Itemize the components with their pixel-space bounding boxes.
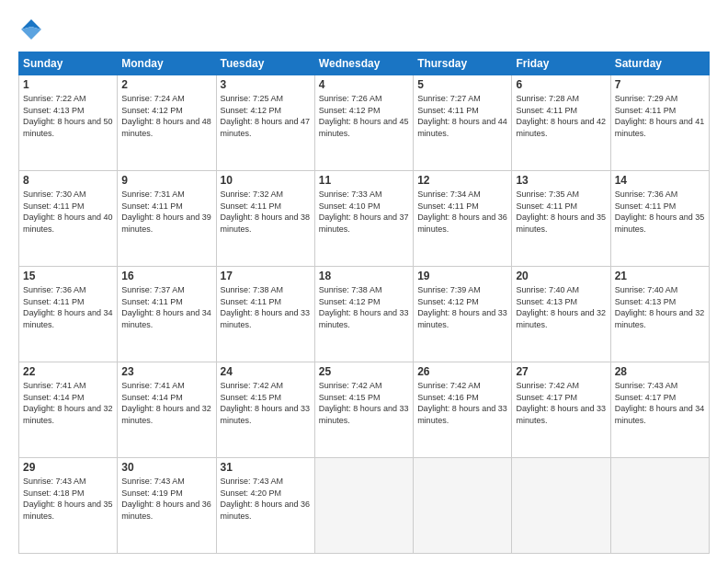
day-info: Sunrise: 7:42 AMSunset: 4:15 PMDaylight:… xyxy=(319,380,409,426)
day-number: 7 xyxy=(615,78,705,91)
calendar-cell: 21Sunrise: 7:40 AMSunset: 4:13 PMDayligh… xyxy=(610,267,709,362)
calendar-cell: 18Sunrise: 7:38 AMSunset: 4:12 PMDayligh… xyxy=(314,267,413,362)
calendar-cell: 17Sunrise: 7:38 AMSunset: 4:11 PMDayligh… xyxy=(216,267,314,362)
calendar-cell xyxy=(414,458,512,554)
calendar-cell: 8Sunrise: 7:30 AMSunset: 4:11 PMDaylight… xyxy=(19,171,118,267)
day-info: Sunrise: 7:40 AMSunset: 4:13 PMDaylight:… xyxy=(615,284,705,330)
day-number: 11 xyxy=(319,174,409,187)
day-number: 8 xyxy=(23,174,113,187)
calendar-cell: 28Sunrise: 7:43 AMSunset: 4:17 PMDayligh… xyxy=(610,362,709,458)
calendar-cell: 1Sunrise: 7:22 AMSunset: 4:13 PMDaylight… xyxy=(19,75,118,171)
day-info: Sunrise: 7:38 AMSunset: 4:11 PMDaylight:… xyxy=(221,284,311,330)
calendar-cell: 15Sunrise: 7:36 AMSunset: 4:11 PMDayligh… xyxy=(19,267,118,362)
day-info: Sunrise: 7:35 AMSunset: 4:11 PMDaylight:… xyxy=(516,189,606,235)
day-info: Sunrise: 7:29 AMSunset: 4:11 PMDaylight:… xyxy=(615,93,705,139)
day-number: 1 xyxy=(23,78,113,91)
calendar-cell xyxy=(314,458,413,554)
calendar-cell: 4Sunrise: 7:26 AMSunset: 4:12 PMDaylight… xyxy=(314,75,413,171)
page: Sunday Monday Tuesday Wednesday Thursday… xyxy=(0,0,728,563)
day-info: Sunrise: 7:26 AMSunset: 4:12 PMDaylight:… xyxy=(319,93,409,139)
calendar-cell: 7Sunrise: 7:29 AMSunset: 4:11 PMDaylight… xyxy=(610,75,709,171)
day-number: 5 xyxy=(417,78,507,91)
day-info: Sunrise: 7:28 AMSunset: 4:11 PMDaylight:… xyxy=(516,93,606,139)
header xyxy=(18,17,710,42)
calendar-cell: 11Sunrise: 7:33 AMSunset: 4:10 PMDayligh… xyxy=(314,171,413,267)
day-info: Sunrise: 7:42 AMSunset: 4:17 PMDaylight:… xyxy=(516,380,606,426)
calendar-cell xyxy=(610,458,709,554)
header-monday: Monday xyxy=(118,52,216,75)
day-number: 6 xyxy=(516,78,606,91)
day-info: Sunrise: 7:43 AMSunset: 4:18 PMDaylight:… xyxy=(23,476,113,522)
day-info: Sunrise: 7:39 AMSunset: 4:12 PMDaylight:… xyxy=(417,284,507,330)
calendar-cell: 26Sunrise: 7:42 AMSunset: 4:16 PMDayligh… xyxy=(414,362,512,458)
day-info: Sunrise: 7:41 AMSunset: 4:14 PMDaylight:… xyxy=(23,380,113,426)
calendar-row: 15Sunrise: 7:36 AMSunset: 4:11 PMDayligh… xyxy=(19,267,710,362)
calendar-cell: 13Sunrise: 7:35 AMSunset: 4:11 PMDayligh… xyxy=(512,171,610,267)
calendar-row: 29Sunrise: 7:43 AMSunset: 4:18 PMDayligh… xyxy=(19,458,710,554)
calendar-cell: 27Sunrise: 7:42 AMSunset: 4:17 PMDayligh… xyxy=(512,362,610,458)
day-number: 28 xyxy=(615,365,705,378)
header-friday: Friday xyxy=(512,52,610,75)
day-number: 15 xyxy=(23,270,113,282)
logo xyxy=(18,17,48,42)
calendar-cell: 25Sunrise: 7:42 AMSunset: 4:15 PMDayligh… xyxy=(314,362,413,458)
day-number: 14 xyxy=(615,174,705,187)
logo-icon xyxy=(18,17,44,42)
calendar-cell: 10Sunrise: 7:32 AMSunset: 4:11 PMDayligh… xyxy=(216,171,314,267)
day-info: Sunrise: 7:42 AMSunset: 4:15 PMDaylight:… xyxy=(221,380,311,426)
day-number: 27 xyxy=(516,365,606,378)
day-number: 30 xyxy=(121,461,211,474)
calendar-cell: 6Sunrise: 7:28 AMSunset: 4:11 PMDaylight… xyxy=(512,75,610,171)
day-number: 4 xyxy=(319,78,409,91)
day-number: 13 xyxy=(516,174,606,187)
calendar-cell: 12Sunrise: 7:34 AMSunset: 4:11 PMDayligh… xyxy=(414,171,512,267)
calendar-row: 8Sunrise: 7:30 AMSunset: 4:11 PMDaylight… xyxy=(19,171,710,267)
calendar-cell: 20Sunrise: 7:40 AMSunset: 4:13 PMDayligh… xyxy=(512,267,610,362)
header-sunday: Sunday xyxy=(19,52,118,75)
header-saturday: Saturday xyxy=(610,52,709,75)
calendar-cell xyxy=(512,458,610,554)
calendar-cell: 19Sunrise: 7:39 AMSunset: 4:12 PMDayligh… xyxy=(414,267,512,362)
day-number: 21 xyxy=(615,270,705,282)
day-info: Sunrise: 7:24 AMSunset: 4:12 PMDaylight:… xyxy=(121,93,211,139)
calendar-cell: 23Sunrise: 7:41 AMSunset: 4:14 PMDayligh… xyxy=(118,362,216,458)
header-tuesday: Tuesday xyxy=(216,52,314,75)
day-info: Sunrise: 7:43 AMSunset: 4:20 PMDaylight:… xyxy=(221,476,311,522)
day-info: Sunrise: 7:32 AMSunset: 4:11 PMDaylight:… xyxy=(221,189,311,235)
day-number: 19 xyxy=(417,270,507,282)
day-number: 31 xyxy=(221,461,311,474)
calendar-cell: 31Sunrise: 7:43 AMSunset: 4:20 PMDayligh… xyxy=(216,458,314,554)
day-info: Sunrise: 7:30 AMSunset: 4:11 PMDaylight:… xyxy=(23,189,113,235)
day-number: 12 xyxy=(417,174,507,187)
calendar-cell: 14Sunrise: 7:36 AMSunset: 4:11 PMDayligh… xyxy=(610,171,709,267)
day-number: 9 xyxy=(121,174,211,187)
calendar-cell: 9Sunrise: 7:31 AMSunset: 4:11 PMDaylight… xyxy=(118,171,216,267)
day-number: 10 xyxy=(221,174,311,187)
calendar-cell: 5Sunrise: 7:27 AMSunset: 4:11 PMDaylight… xyxy=(414,75,512,171)
calendar-cell: 29Sunrise: 7:43 AMSunset: 4:18 PMDayligh… xyxy=(19,458,118,554)
calendar-cell: 22Sunrise: 7:41 AMSunset: 4:14 PMDayligh… xyxy=(19,362,118,458)
day-info: Sunrise: 7:36 AMSunset: 4:11 PMDaylight:… xyxy=(23,284,113,330)
day-number: 24 xyxy=(221,365,311,378)
calendar: Sunday Monday Tuesday Wednesday Thursday… xyxy=(18,52,710,554)
day-info: Sunrise: 7:43 AMSunset: 4:19 PMDaylight:… xyxy=(121,476,211,522)
header-thursday: Thursday xyxy=(414,52,512,75)
day-number: 23 xyxy=(121,365,211,378)
calendar-row: 1Sunrise: 7:22 AMSunset: 4:13 PMDaylight… xyxy=(19,75,710,171)
day-info: Sunrise: 7:42 AMSunset: 4:16 PMDaylight:… xyxy=(417,380,507,426)
day-info: Sunrise: 7:38 AMSunset: 4:12 PMDaylight:… xyxy=(319,284,409,330)
day-info: Sunrise: 7:27 AMSunset: 4:11 PMDaylight:… xyxy=(417,93,507,139)
day-number: 16 xyxy=(121,270,211,282)
day-number: 22 xyxy=(23,365,113,378)
calendar-cell: 24Sunrise: 7:42 AMSunset: 4:15 PMDayligh… xyxy=(216,362,314,458)
day-info: Sunrise: 7:36 AMSunset: 4:11 PMDaylight:… xyxy=(615,189,705,235)
day-info: Sunrise: 7:33 AMSunset: 4:10 PMDaylight:… xyxy=(319,189,409,235)
calendar-cell: 2Sunrise: 7:24 AMSunset: 4:12 PMDaylight… xyxy=(118,75,216,171)
day-info: Sunrise: 7:40 AMSunset: 4:13 PMDaylight:… xyxy=(516,284,606,330)
day-number: 26 xyxy=(417,365,507,378)
calendar-cell: 30Sunrise: 7:43 AMSunset: 4:19 PMDayligh… xyxy=(118,458,216,554)
day-info: Sunrise: 7:37 AMSunset: 4:11 PMDaylight:… xyxy=(121,284,211,330)
day-number: 25 xyxy=(319,365,409,378)
day-number: 18 xyxy=(319,270,409,282)
day-info: Sunrise: 7:22 AMSunset: 4:13 PMDaylight:… xyxy=(23,93,113,139)
